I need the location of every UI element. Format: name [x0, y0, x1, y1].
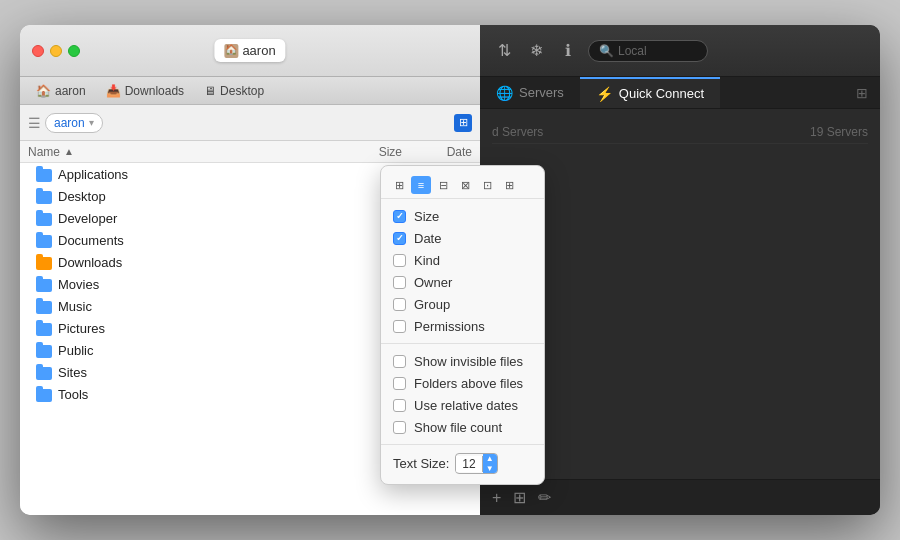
popup-divider-2 — [381, 444, 544, 445]
tab-servers[interactable]: 🌐 Servers — [480, 77, 580, 108]
popup-view-tabs: ⊞ ≡ ⊟ ⊠ ⊡ ⊞ — [381, 172, 544, 199]
server-grid-icon[interactable]: ⊞ — [856, 85, 880, 101]
tab-aaron[interactable]: 🏠 aaron — [28, 82, 94, 100]
view-tab-col2[interactable]: ⊠ — [455, 176, 475, 194]
minimize-button[interactable] — [50, 45, 62, 57]
text-size-arrows[interactable]: ▲ ▼ — [483, 454, 497, 473]
popup-checkbox-item[interactable]: Kind — [381, 249, 544, 271]
popup-checkbox-item[interactable]: Size — [381, 205, 544, 227]
checkbox[interactable] — [393, 254, 406, 267]
column-date[interactable]: Date — [402, 145, 472, 159]
chevron-down-icon: ▾ — [89, 117, 94, 128]
sidebar-toggle-icon[interactable]: ☰ — [28, 115, 41, 131]
breadcrumb: ☰ aaron ▾ — [28, 113, 446, 133]
folder-icon — [36, 320, 52, 336]
search-placeholder: Local — [618, 44, 647, 58]
popup-option-item[interactable]: Show file count — [381, 416, 544, 438]
tab-desktop-label: Desktop — [220, 84, 264, 98]
folder-icon — [36, 298, 52, 314]
popup-checkbox-item[interactable]: Owner — [381, 271, 544, 293]
view-tab-col4[interactable]: ⊞ — [499, 176, 519, 194]
folder-icon — [36, 188, 52, 204]
tab-servers-label: Servers — [519, 85, 564, 100]
popup-option-item[interactable]: Folders above files — [381, 372, 544, 394]
finder-titlebar: 🏠 aaron — [20, 25, 480, 77]
checkbox[interactable] — [393, 421, 406, 434]
tab-aaron-icon: 🏠 — [36, 84, 51, 98]
checkbox[interactable] — [393, 298, 406, 311]
window-title: 🏠 aaron — [214, 39, 285, 62]
maximize-button[interactable] — [68, 45, 80, 57]
add-group-button[interactable]: ⊞ — [513, 488, 526, 507]
checkbox-label: Group — [414, 297, 450, 312]
globe-icon: 🌐 — [496, 85, 513, 101]
text-size-down-arrow[interactable]: ▼ — [486, 464, 494, 474]
checkbox[interactable] — [393, 210, 406, 223]
finder-toolbar: ☰ aaron ▾ ⊞ — [20, 105, 480, 141]
option-label: Show invisible files — [414, 354, 523, 369]
add-server-button[interactable]: + — [492, 489, 501, 507]
traffic-lights — [32, 45, 80, 57]
server-tabs: 🌐 Servers ⚡ Quick Connect ⊞ — [480, 77, 880, 109]
grid-icon: ⊞ — [459, 116, 468, 129]
option-label: Show file count — [414, 420, 502, 435]
breadcrumb-label: aaron — [54, 116, 85, 130]
popup-option-item[interactable]: Use relative dates — [381, 394, 544, 416]
home-icon: 🏠 — [224, 44, 238, 58]
tab-downloads-icon: 📥 — [106, 84, 121, 98]
tab-desktop[interactable]: 🖥 Desktop — [196, 82, 272, 100]
view-tab-grid[interactable]: ⊞ — [389, 176, 409, 194]
text-size-label: Text Size: — [393, 456, 449, 471]
view-options-button[interactable]: ⊞ — [454, 114, 472, 132]
popup-option-item[interactable]: Show invisible files — [381, 350, 544, 372]
finder-tabs: 🏠 aaron 📥 Downloads 🖥 Desktop — [20, 77, 480, 105]
view-tab-list[interactable]: ≡ — [411, 176, 431, 194]
view-options-popup: ⊞ ≡ ⊟ ⊠ ⊡ ⊞ SizeDateKindOwnerGroupPermis… — [380, 165, 545, 485]
checkbox[interactable] — [393, 399, 406, 412]
search-icon: 🔍 — [599, 44, 614, 58]
column-size[interactable]: Size — [342, 145, 402, 159]
popup-checkbox-item[interactable]: Group — [381, 293, 544, 315]
column-size-label: Size — [379, 145, 402, 159]
checkbox-label: Permissions — [414, 319, 485, 334]
popup-checkbox-item[interactable]: Date — [381, 227, 544, 249]
checkbox[interactable] — [393, 377, 406, 390]
snowflake-icon[interactable]: ❄ — [524, 39, 548, 63]
server-search[interactable]: 🔍 Local — [588, 40, 708, 62]
checkbox[interactable] — [393, 232, 406, 245]
transfer-icon[interactable]: ⇅ — [492, 39, 516, 63]
edit-button[interactable]: ✏ — [538, 488, 551, 507]
checkbox[interactable] — [393, 320, 406, 333]
info-icon[interactable]: ℹ — [556, 39, 580, 63]
view-tab-col1[interactable]: ⊟ — [433, 176, 453, 194]
checkbox[interactable] — [393, 355, 406, 368]
lightning-icon: ⚡ — [596, 86, 613, 102]
option-label: Folders above files — [414, 376, 523, 391]
servers-right-label: 19 Servers — [810, 125, 868, 139]
close-button[interactable] — [32, 45, 44, 57]
checkbox-label: Owner — [414, 275, 452, 290]
window-wrapper: 🏠 aaron 🏠 aaron 📥 Downloads 🖥 Desktop ☰ — [20, 25, 880, 515]
folder-icon — [36, 342, 52, 358]
folder-icon — [36, 232, 52, 248]
text-size-stepper[interactable]: 12 ▲ ▼ — [455, 453, 497, 474]
folder-icon — [36, 166, 52, 182]
server-toolbar-icons: ⇅ ❄ ℹ — [492, 39, 580, 63]
server-row-header: d Servers 19 Servers — [492, 121, 868, 144]
text-size-up-arrow[interactable]: ▲ — [486, 454, 494, 464]
sort-arrow-icon: ▲ — [64, 146, 74, 157]
tab-quick-connect[interactable]: ⚡ Quick Connect — [580, 77, 720, 108]
popup-column-options: SizeDateKindOwnerGroupPermissions — [381, 203, 544, 339]
servers-left-label: d Servers — [492, 125, 543, 139]
option-label: Use relative dates — [414, 398, 518, 413]
popup-text-size: Text Size: 12 ▲ ▼ — [381, 449, 544, 478]
column-name[interactable]: Name ▲ — [28, 145, 342, 159]
view-tab-col3[interactable]: ⊡ — [477, 176, 497, 194]
folder-icon — [36, 276, 52, 292]
popup-checkbox-item[interactable]: Permissions — [381, 315, 544, 337]
checkbox-label: Size — [414, 209, 439, 224]
checkbox[interactable] — [393, 276, 406, 289]
tab-downloads[interactable]: 📥 Downloads — [98, 82, 192, 100]
breadcrumb-pill[interactable]: aaron ▾ — [45, 113, 103, 133]
tab-aaron-label: aaron — [55, 84, 86, 98]
